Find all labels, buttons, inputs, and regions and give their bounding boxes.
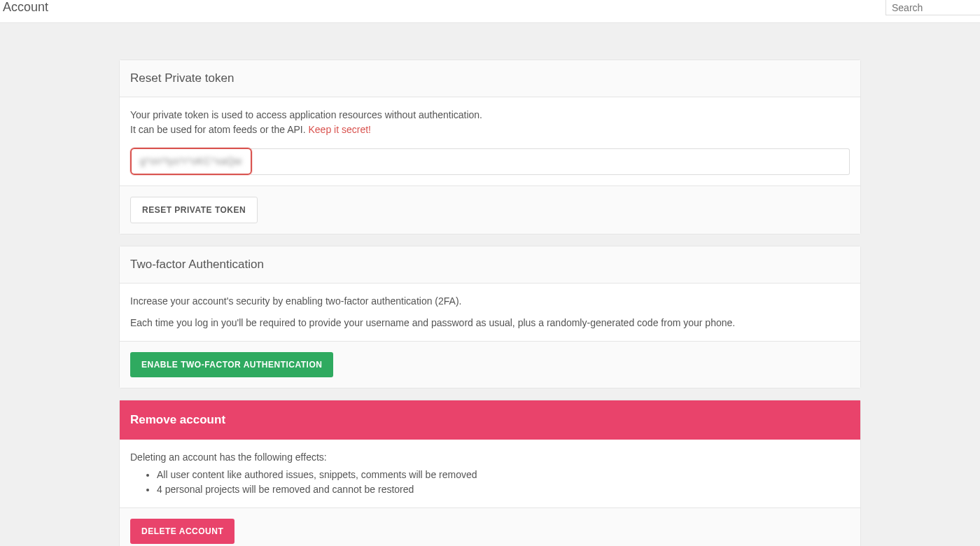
delete-account-button[interactable]: Delete account [130,519,234,544]
remove-account-footer: Delete account [120,508,860,546]
private-token-header: Reset Private token [120,60,860,97]
page-title: Account [0,0,48,14]
private-token-footer: Reset private token [120,186,860,234]
search-input[interactable] [886,0,980,15]
two-factor-body: Increase your account's security by enab… [120,284,860,342]
two-factor-desc1: Increase your account's security by enab… [130,294,850,309]
enable-two-factor-button[interactable]: Enable Two-factor Authentication [130,352,333,377]
keep-secret-text: Keep it secret! [308,124,371,135]
reset-private-token-button[interactable]: Reset private token [130,197,258,223]
private-token-desc1: Your private token is used to access app… [130,108,850,122]
token-input-row: g*on*tys*r*oKC*xaQw [130,148,850,175]
remove-effect-item: All user content like authored issues, s… [157,468,850,482]
private-token-desc2: It can be used for atom feeds or the API… [130,122,850,137]
remove-effect-item: 4 personal projects will be removed and … [157,482,850,497]
content-area: Reset Private token Your private token i… [0,23,980,546]
two-factor-header: Two-factor Authentication [120,246,860,284]
token-input-extension[interactable] [251,148,850,175]
token-highlight-box[interactable]: g*on*tys*r*oKC*xaQw [130,148,252,175]
private-token-panel: Reset Private token Your private token i… [119,59,861,234]
remove-account-body: Deleting an account has the following ef… [120,440,860,508]
remove-account-panel: Remove account Deleting an account has t… [119,400,861,546]
two-factor-desc2: Each time you log in you'll be required … [130,316,850,330]
remove-effects-list: All user content like authored issues, s… [157,468,850,497]
token-value: g*on*tys*r*oKC*xaQw [140,155,242,167]
remove-account-header: Remove account [120,400,860,440]
two-factor-footer: Enable Two-factor Authentication [120,342,860,388]
top-bar: Account [0,0,980,23]
private-token-body: Your private token is used to access app… [120,97,860,186]
two-factor-panel: Two-factor Authentication Increase your … [119,246,861,388]
remove-account-intro: Deleting an account has the following ef… [130,450,850,465]
